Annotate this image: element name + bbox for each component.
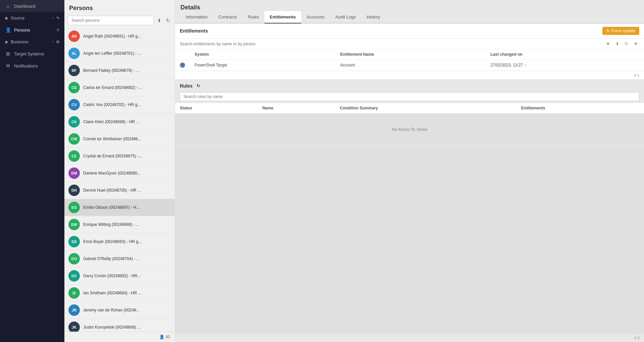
table-row[interactable]: 👤 PowerShell Target Account 27/02/2023, …: [175, 60, 644, 71]
sidebar: ⌂ Dashboard ◈ Source ‹ ✎ 👤 Persons ⚙ ◈ B…: [0, 0, 64, 342]
sidebar-item-target-systems[interactable]: ⊞ Target Systems: [0, 48, 64, 60]
tab-audit-logs[interactable]: Audit Logs: [330, 11, 361, 23]
refresh-button[interactable]: ↻: [165, 16, 171, 25]
list-item[interactable]: EB Erick Boyer (00248693) - HR g...: [64, 233, 175, 250]
row-entitlement-name: Account: [335, 60, 486, 71]
search-input[interactable]: [68, 16, 154, 25]
col-status: Status: [175, 103, 258, 113]
person-name: Angie ten Leffler (00248701) - ...: [83, 51, 141, 56]
person-name: Gabriel O'Reilly (00248704) - ...: [83, 256, 140, 261]
persons-search-row: ⬇ ↻: [64, 14, 175, 28]
entitlements-header: Entitlements ↻ Force update: [175, 23, 644, 39]
list-item[interactable]: JR Jeremy van de Rohan (00248...: [64, 302, 175, 319]
chevron-icon: ‹: [52, 40, 53, 44]
persons-panel: Persons ⬇ ↻ AR Angel Rath (00248691) - H…: [64, 0, 175, 342]
main-content: Details InformationContractsRulesEntitle…: [175, 0, 644, 342]
persons-footer: 👤 40: [64, 332, 175, 342]
target-systems-icon: ⊞: [5, 51, 11, 56]
list-item[interactable]: CE Crystal de Emard (00248675) -...: [64, 148, 175, 165]
sidebar-item-notifications[interactable]: ✉ Notifications: [0, 60, 64, 72]
list-item[interactable]: IS Ian Smitham (00248684) - HR ...: [64, 285, 175, 302]
list-item[interactable]: GO Gabriel O'Reilly (00248704) - ...: [64, 250, 175, 267]
person-name: Cedric Von (00248702) - HR g...: [83, 102, 141, 107]
entitlements-table: System Entitlement Name Last changed on …: [175, 49, 644, 71]
list-item[interactable]: GC Garry Cronin (00248692) - HR...: [64, 267, 175, 285]
person-name: Justin Konopelski (00248668) ...: [83, 325, 141, 330]
avatar: CW: [68, 133, 80, 145]
rules-refresh-icon[interactable]: ↻: [195, 83, 202, 89]
list-item[interactable]: BF Bernard Flatley (00248678) - ...: [64, 62, 175, 79]
tab-information[interactable]: Information: [180, 11, 213, 23]
rules-count: # 0: [634, 336, 639, 340]
list-item[interactable]: EW Enrique Witting (00248688) - ...: [64, 216, 175, 233]
col-condition-summary: Condition Summary: [335, 103, 516, 113]
download-icon[interactable]: ⬇: [614, 41, 621, 47]
avatar: GO: [68, 253, 80, 264]
tab-contracts[interactable]: Contracts: [213, 11, 243, 23]
tab-accounts[interactable]: Accounts: [301, 11, 330, 23]
source-icon: ◈: [5, 15, 8, 20]
business-icon: ◈: [5, 39, 8, 44]
person-name: Claire Klein (00248698) - HR ...: [83, 119, 139, 124]
person-name: Carlos ter Emard (00248682) - ...: [83, 85, 142, 90]
avatar: EG: [68, 202, 80, 213]
edit-icon: ✎: [56, 16, 60, 20]
sidebar-item-dashboard[interactable]: ⌂ Dashboard: [0, 0, 64, 12]
force-update-button[interactable]: ↻ Force update: [602, 27, 639, 35]
col-system: System: [190, 49, 335, 60]
details-title: Details: [175, 0, 644, 11]
rules-header-row: Rules ↻: [175, 79, 644, 91]
list-item[interactable]: DH Derrick Huel (00248705) - HR ...: [64, 182, 175, 199]
avatar: CE: [68, 82, 80, 93]
person-name: Crystal de Emard (00248675) -...: [83, 154, 142, 158]
avatar: EW: [68, 219, 80, 230]
list-item[interactable]: AR Angel Rath (00248691) - HR g...: [64, 28, 175, 45]
entitlements-toolbar: ▼ ⬇ ↻ ▼: [604, 41, 639, 47]
expand-icon[interactable]: ▼: [632, 41, 639, 47]
avatar: CV: [68, 99, 80, 110]
avatar: DH: [68, 185, 80, 196]
entitlements-search-row: ▼ ⬇ ↻ ▼: [175, 39, 644, 49]
person-name: Erick Boyer (00248693) - HR g...: [83, 239, 142, 244]
refresh-icon[interactable]: ↻: [623, 41, 630, 47]
person-name: Emilio Gibson (00248697) - H...: [83, 205, 140, 210]
sidebar-item-label: Dashboard: [14, 4, 60, 9]
avatar: AR: [68, 31, 80, 42]
list-item[interactable]: CV Cedric Von (00248702) - HR g...: [64, 96, 175, 113]
home-icon: ⌂: [5, 3, 11, 9]
persons-icon: 👤: [5, 27, 11, 33]
entitlements-table-container: System Entitlement Name Last changed on …: [175, 49, 644, 71]
ext-link-icon[interactable]: ↗: [524, 63, 527, 67]
rules-section: Rules ↻ Status Name Condition Summary En…: [175, 79, 644, 342]
sidebar-item-business[interactable]: ◈ Business ‹ ⚙: [0, 36, 64, 48]
list-item[interactable]: CW Connie ter Wintheiser (002486...: [64, 131, 175, 148]
col-name: Name: [258, 103, 335, 113]
entitlements-footer: # 1: [175, 71, 644, 79]
person-name: Connie ter Wintheiser (002486...: [83, 137, 141, 141]
no-rows-row: No Rows To Show: [175, 113, 644, 146]
row-system: PowerShell Target: [190, 60, 335, 71]
person-name: Darlene MacGyver (00248680...: [83, 171, 141, 176]
list-item[interactable]: JK Justin Konopelski (00248668) ...: [64, 319, 175, 332]
avatar: CK: [68, 116, 80, 128]
row-icon: 👤: [175, 60, 190, 71]
sidebar-item-source[interactable]: ◈ Source ‹ ✎: [0, 12, 64, 24]
list-item[interactable]: CE Carlos ter Emard (00248682) - ...: [64, 79, 175, 96]
list-item[interactable]: CK Claire Klein (00248698) - HR ...: [64, 113, 175, 131]
download-button[interactable]: ⬇: [156, 16, 163, 25]
sidebar-item-persons[interactable]: 👤 Persons ⚙: [0, 24, 64, 36]
tab-history[interactable]: History: [361, 11, 385, 23]
rules-search-input[interactable]: [180, 92, 639, 101]
list-item[interactable]: AL Angie ten Leffler (00248701) - ...: [64, 45, 175, 62]
persons-count: 40: [166, 335, 170, 339]
person-name: Bernard Flatley (00248678) - ...: [83, 68, 139, 73]
tab-rules[interactable]: Rules: [243, 11, 264, 23]
filter-icon[interactable]: ▼: [604, 41, 611, 47]
list-item[interactable]: EG Emilio Gibson (00248697) - H...: [64, 199, 175, 216]
col-icon: [175, 49, 190, 60]
rules-table-header: Status Name Condition Summary Entitlemen…: [175, 103, 644, 113]
entitlements-search-input[interactable]: [180, 42, 602, 46]
list-item[interactable]: DM Darlene MacGyver (00248680...: [64, 165, 175, 182]
tab-entitlements[interactable]: Entitlements: [264, 11, 301, 23]
notifications-icon: ✉: [5, 63, 11, 68]
